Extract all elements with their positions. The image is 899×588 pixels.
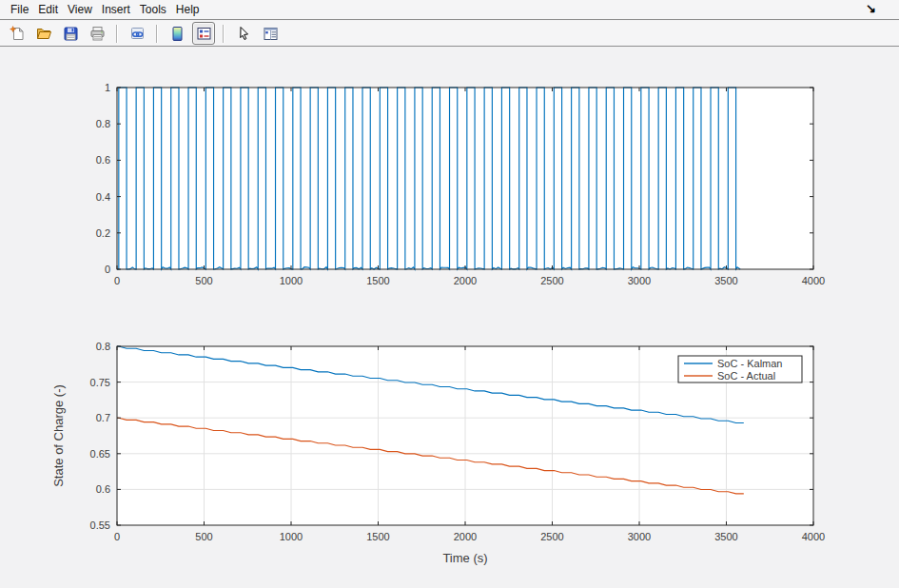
cursor-arrow-icon [236,26,252,42]
x-tick-label: 500 [195,275,212,286]
x-tick-label: 500 [195,531,212,542]
insert-legend-button[interactable] [192,22,215,45]
x-tick-label: 4000 [802,531,825,542]
open-file-button[interactable] [32,22,55,45]
y-tick-label: 0.8 [96,341,110,352]
x-tick-label: 1500 [366,275,389,286]
menu-tools[interactable]: Tools [135,1,171,18]
toolbar-separator [156,25,158,43]
y-tick-label: 0.7 [96,412,110,423]
legend-label: SoC - Kalman [717,358,782,369]
y-tick-label: 0.6 [96,154,110,166]
colorbar-icon [169,26,186,42]
x-tick-label: 2500 [540,275,563,286]
y-tick-label: 0.55 [90,519,110,531]
print-figure-button[interactable] [86,22,108,45]
x-axis-label: Time (s) [442,551,487,565]
figure-toolbar [0,21,899,47]
new-figure-button[interactable] [6,22,29,45]
edit-plot-button[interactable] [232,22,255,45]
legend[interactable]: SoC - KalmanSoC - Actual [678,356,802,382]
plot-area [117,88,813,269]
legend-icon [196,26,212,42]
x-tick-label: 3500 [714,275,737,286]
open-plot-browser-button[interactable] [259,22,282,45]
pulse-chart: 0500100015002000250030003500400000.20.40… [96,82,826,286]
menu-insert[interactable]: Insert [97,1,135,18]
x-tick-label: 0 [114,275,120,286]
y-axis-label: State of Charge (-) [51,384,66,487]
y-tick-label: 0.4 [96,191,110,203]
soc-chart: 050010001500200025003000350040000.550.60… [51,341,825,565]
x-tick-label: 4000 [802,275,825,286]
plot-browser-icon [263,26,279,42]
y-tick-label: 1 [105,82,110,93]
menu-file[interactable]: File [6,1,33,18]
x-tick-label: 3000 [628,275,651,286]
y-tick-label: 0 [105,264,110,275]
figure-canvas: 0500100015002000250030003500400000.20.40… [0,0,899,588]
y-tick-label: 0.2 [96,227,110,239]
y-tick-label: 0.65 [90,448,110,460]
x-tick-label: 3000 [628,531,651,542]
menu-edit[interactable]: Edit [33,1,63,18]
plot-area [117,346,813,525]
toolbar-separator [223,25,225,43]
toolbar-separator [116,25,118,43]
link-icon [129,26,146,42]
save-figure-button[interactable] [59,22,82,45]
link-plot-button[interactable] [126,22,148,45]
legend-box[interactable] [678,356,802,382]
x-tick-label: 3500 [714,531,737,542]
legend-label: SoC - Actual [717,370,775,382]
series-line-soc-kalman [117,346,744,422]
y-tick-label: 0.8 [96,118,110,129]
y-tick-label: 0.6 [96,483,110,495]
menu-help[interactable]: Help [171,1,205,18]
x-tick-label: 2500 [540,531,563,542]
series-line-soc-actual [117,418,744,494]
x-tick-label: 1500 [366,531,389,542]
y-tick-label: 0.75 [90,377,110,388]
new-document-icon [10,26,26,42]
x-tick-label: 0 [114,531,120,542]
axes-box [117,88,813,269]
x-tick-label: 1000 [280,531,303,542]
axes-box [117,346,813,525]
series-line-current-pulse-train [117,88,740,269]
x-tick-label: 2000 [454,275,477,286]
x-tick-label: 1000 [280,275,303,286]
menu-view[interactable]: View [63,1,97,18]
open-folder-icon [36,26,52,42]
save-icon [63,26,79,42]
print-icon [89,26,106,42]
x-tick-label: 2000 [454,531,477,542]
figure-window: { "window": { "dock_arrow": "↘" }, "menu… [0,0,899,588]
insert-colorbar-button[interactable] [166,22,188,45]
menu-bar: File Edit View Insert Tools Help [0,0,899,20]
dock-figure-icon[interactable]: ↘ [866,0,876,19]
